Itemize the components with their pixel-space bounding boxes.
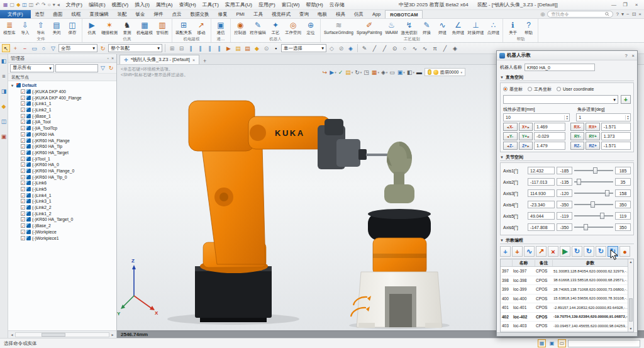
window-icon[interactable]: ▭ bbox=[389, 69, 396, 76]
jog-minus-button[interactable]: ◂X- bbox=[503, 123, 518, 131]
tree-search-input[interactable] bbox=[55, 64, 98, 72]
ribbon-button[interactable]: ✎ 程序编辑 bbox=[248, 20, 267, 36]
ribbon-button[interactable]: ◉ 控制器 bbox=[233, 20, 248, 36]
rotate-value-field[interactable]: 1.373 bbox=[601, 132, 631, 140]
section-cartesian[interactable]: ▼ 直角空间 bbox=[500, 74, 634, 81]
print-icon[interactable]: ◳ bbox=[364, 69, 370, 76]
command-search-input[interactable]: 查找命令 bbox=[547, 11, 613, 18]
jog-value-field[interactable]: 1.479 bbox=[534, 142, 565, 150]
loop-once-icon[interactable]: ↻ bbox=[572, 246, 582, 257]
line-icon[interactable]: ╱ bbox=[370, 44, 379, 52]
visibility-checkbox[interactable]: ✓ bbox=[21, 223, 25, 228]
scope-dropdown[interactable]: 全部▾ bbox=[58, 44, 97, 52]
polyline-icon[interactable]: ╱ bbox=[380, 44, 389, 52]
ribbon-options-icon[interactable]: ▾ bbox=[621, 11, 624, 17]
visibility-checkbox[interactable]: ✓ bbox=[21, 108, 25, 112]
remove-select-icon[interactable]: − bbox=[21, 44, 29, 52]
visibility-checkbox[interactable]: ✓ bbox=[21, 175, 25, 179]
ribbon-button[interactable]: ✎ 焊接 bbox=[419, 20, 434, 36]
ribbon-tab[interactable]: 焊件 bbox=[150, 10, 168, 18]
shade-mode-icon[interactable]: ◧▾ bbox=[407, 69, 414, 76]
table-scrollbar[interactable]: ▲ ▼ bbox=[628, 259, 633, 332]
home-point-icon[interactable]: + bbox=[512, 246, 523, 257]
ribbon-tab[interactable]: 数据交换 bbox=[186, 10, 214, 18]
visibility-checkbox[interactable]: ✓ bbox=[21, 132, 25, 137]
jog-plus-button[interactable]: Y+▸ bbox=[519, 132, 533, 140]
table-row[interactable]: 402 loc-402 CPOS -19.70754,139.62384,620… bbox=[501, 313, 628, 322]
ribbon-button[interactable]: ≋ SurfaceGrinding bbox=[323, 20, 355, 35]
circle-icon[interactable]: ○ bbox=[401, 44, 409, 52]
tree-item[interactable]: ✓ (-)Link2_2 bbox=[8, 205, 116, 211]
redo-icon[interactable]: ↷ bbox=[42, 3, 46, 8]
menu-item[interactable]: 云存储 bbox=[326, 1, 348, 8]
tab-close-icon[interactable]: × bbox=[192, 58, 195, 62]
linear-step-input[interactable]: 10 ▲▼ bbox=[503, 113, 570, 121]
doc-close-icon[interactable]: × bbox=[638, 11, 641, 17]
ribbon-button[interactable]: ↯ 激光切割 bbox=[399, 20, 418, 36]
tree-root[interactable]: ▾ Default bbox=[8, 82, 116, 89]
arc-icon[interactable]: ∿ bbox=[411, 44, 419, 52]
redline-manager-icon[interactable]: ▣ bbox=[1, 133, 7, 140]
visibility-checkbox[interactable]: ✓ bbox=[21, 157, 25, 161]
pick-color-icon[interactable]: ▶▾ bbox=[330, 69, 336, 76]
filter-icon[interactable]: ▽ bbox=[49, 44, 57, 52]
jog-plus-button[interactable]: Z+▸ bbox=[519, 142, 533, 150]
ribbon-tab[interactable]: 查询 bbox=[295, 10, 313, 18]
visibility-checkbox[interactable]: ✓ bbox=[21, 193, 25, 198]
ribbon-tab[interactable]: 仿真 bbox=[350, 10, 368, 18]
close-button[interactable]: × bbox=[631, 2, 641, 8]
ribbon-button[interactable]: ✶ 碰撞检测 bbox=[100, 20, 119, 36]
panel-resize-grip[interactable] bbox=[497, 332, 637, 336]
ribbon-tab[interactable]: PMI bbox=[232, 10, 249, 18]
ribbon-button[interactable]: ♨ WAAM bbox=[384, 20, 399, 35]
axis-value-field[interactable]: 114.930 bbox=[528, 189, 555, 197]
flag-icon[interactable]: ▪ bbox=[272, 44, 280, 52]
ribbon-button[interactable]: ✐ SprayPainting bbox=[355, 20, 383, 35]
visibility-checkbox[interactable]: ✓ bbox=[21, 211, 25, 216]
visibility-checkbox[interactable]: ✓ bbox=[21, 181, 25, 185]
visibility-checkbox[interactable]: ✓ bbox=[21, 114, 25, 118]
axis-slider[interactable] bbox=[574, 212, 613, 220]
ribbon-button[interactable]: ∿ 焊缝 bbox=[435, 20, 450, 36]
menu-item[interactable]: 文件(F) bbox=[63, 1, 86, 8]
menu-item[interactable]: 工具(T) bbox=[199, 1, 222, 8]
app-logo-icon[interactable]: ▦ bbox=[3, 3, 8, 8]
visibility-checkbox[interactable]: ✓ bbox=[21, 187, 25, 191]
add-frame-button[interactable]: + bbox=[621, 95, 631, 104]
ribbon-tab[interactable]: App bbox=[368, 10, 385, 18]
constraint-4-icon[interactable]: ∥ bbox=[215, 44, 223, 52]
spline-icon[interactable]: ∿ bbox=[421, 44, 429, 52]
minimize-button[interactable]: — bbox=[609, 2, 619, 8]
spline-path-icon[interactable]: ∿ bbox=[524, 246, 535, 257]
ribbon-tab[interactable]: 直接编辑 bbox=[86, 10, 113, 18]
ribbon-button[interactable]: ≣ 模型库 bbox=[2, 20, 17, 36]
layer-dropdown[interactable]: 图层0000 ▾ bbox=[425, 68, 465, 76]
ribbon-tab[interactable]: 造型 bbox=[31, 10, 49, 18]
tree-item[interactable]: ✓ (-)ITool_1 bbox=[8, 155, 116, 162]
filter-icon[interactable]: ▽ bbox=[99, 64, 106, 72]
pin-icon[interactable]: ◎ bbox=[541, 11, 545, 17]
table-row[interactable]: 397 loc-397 CPOS 51.30083,128.84054,620.… bbox=[501, 267, 628, 276]
constraint-3-icon[interactable]: ∥ bbox=[206, 44, 214, 52]
ribbon-button[interactable]: ◫ 保存 bbox=[65, 20, 80, 36]
save-all-icon[interactable]: ◫ bbox=[29, 3, 34, 8]
jog-minus-button[interactable]: ◂Z- bbox=[503, 142, 518, 150]
display-mode-icon[interactable]: ▣▾ bbox=[397, 69, 405, 76]
box-select-icon[interactable]: ▭ bbox=[30, 44, 38, 52]
menu-item[interactable]: 属性(A) bbox=[153, 1, 176, 8]
jog-value-field[interactable]: -0.029 bbox=[534, 132, 565, 140]
component-icon[interactable]: ◆ bbox=[253, 44, 261, 52]
tree-item[interactable]: ✓ (-)Link1_1 bbox=[8, 101, 116, 107]
assembly-scope-dropdown[interactable]: 整个装配▾ bbox=[108, 44, 162, 52]
slider-thumb[interactable] bbox=[593, 167, 597, 174]
selection-mode-dropdown[interactable]: 单一选择▾ bbox=[281, 44, 326, 52]
jog-value-field[interactable]: 1.469 bbox=[534, 123, 565, 131]
loop-step-icon[interactable]: ↻ bbox=[596, 246, 606, 257]
ribbon-tab[interactable]: 模具 bbox=[331, 10, 350, 18]
slider-thumb[interactable] bbox=[577, 179, 581, 185]
exit-env-icon[interactable]: ↪ bbox=[323, 69, 328, 76]
visibility-checkbox[interactable]: ✓ bbox=[21, 169, 25, 173]
table-row[interactable]: 403 loc-403 CPOS -33.09457,140.45655,620… bbox=[501, 322, 628, 331]
angular-step-input[interactable]: 1 ▲▼ bbox=[576, 113, 631, 121]
frame-radio[interactable]: User coordinate bbox=[557, 87, 594, 91]
